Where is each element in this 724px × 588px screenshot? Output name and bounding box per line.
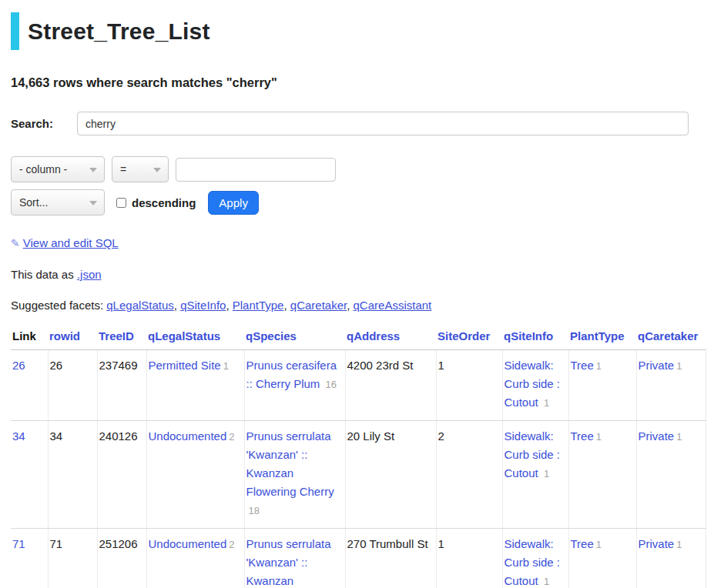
cell-rowid: 26 xyxy=(48,350,97,421)
column-select-wrap: - column - xyxy=(11,156,105,182)
row-link[interactable]: 34 xyxy=(12,429,25,443)
species-link[interactable]: Prunus cerasifera :: Cherry Plum xyxy=(246,359,337,390)
caretaker-link[interactable]: Private xyxy=(639,429,675,443)
facet-count: 2 xyxy=(229,431,234,443)
legal-status-link[interactable]: Permitted Site xyxy=(149,359,221,372)
facet-count: 2 xyxy=(229,539,234,550)
cell-qaddress: 270 Trumbull St xyxy=(345,529,436,588)
site-info-link[interactable]: Sidewalk: Curb side : Cutout xyxy=(504,429,561,479)
plant-type-link[interactable]: Tree xyxy=(571,359,594,372)
facet-link-qcaretaker[interactable]: qCaretaker xyxy=(290,299,347,312)
cell-siteorder: 1 xyxy=(436,529,502,588)
sql-line: ✎View and edit SQL xyxy=(11,236,713,249)
sort-row: Sort... descending Apply xyxy=(11,189,713,215)
descending-option: descending xyxy=(116,196,196,209)
cell-qsiteinfo: Sidewalk: Curb side : Cutout 1 xyxy=(502,421,568,529)
cell-siteorder: 1 xyxy=(436,350,502,421)
facet-link-qsiteinfo[interactable]: qSiteInfo xyxy=(180,299,226,312)
facet-count: 1 xyxy=(544,468,549,479)
filter-row: - column - = xyxy=(11,156,713,182)
cell-qspecies: Prunus serrulata 'Kwanzan' :: Kwanzan Fl… xyxy=(244,421,345,529)
apply-button[interactable]: Apply xyxy=(208,191,259,215)
cell-qaddress: 20 Lily St xyxy=(345,421,436,529)
operator-select-wrap: = xyxy=(112,156,169,182)
column-header-treeid[interactable]: TreeID xyxy=(97,326,146,350)
plant-type-link[interactable]: Tree xyxy=(571,429,594,443)
cell-link: 34 xyxy=(11,421,48,529)
search-form: Search: xyxy=(11,112,713,135)
facet-separator: , xyxy=(174,299,177,312)
species-link[interactable]: Prunus serrulata 'Kwanzan' :: Kwanzan Fl… xyxy=(246,537,334,588)
operator-select[interactable]: = xyxy=(112,156,169,182)
legal-status-link[interactable]: Undocumented xyxy=(149,429,227,443)
cell-planttype: Tree1 xyxy=(568,421,636,529)
facets-line: Suggested facets: qLegalStatus, qSiteInf… xyxy=(11,299,713,312)
row-link[interactable]: 26 xyxy=(12,359,25,372)
view-edit-sql-link[interactable]: View and edit SQL xyxy=(23,236,119,249)
cell-siteorder: 2 xyxy=(436,421,502,529)
table-row: 34 34 240126 Undocumented2 Prunus serrul… xyxy=(11,421,706,529)
column-select[interactable]: - column - xyxy=(11,156,105,182)
column-header-qlegalstatus[interactable]: qLegalStatus xyxy=(146,326,244,350)
facet-count: 1 xyxy=(596,360,602,372)
column-header-planttype[interactable]: PlantType xyxy=(568,326,636,350)
column-header-qsiteinfo[interactable]: qSiteInfo xyxy=(502,326,568,350)
descending-checkbox[interactable] xyxy=(116,198,126,208)
cell-link: 26 xyxy=(11,350,48,421)
cell-qcaretaker: Private1 xyxy=(636,421,706,529)
sort-select[interactable]: Sort... xyxy=(11,189,105,215)
table-header-row: Link rowid TreeID qLegalStatus qSpecies … xyxy=(11,326,706,350)
search-input[interactable] xyxy=(77,112,689,135)
facet-link-qlegalstatus[interactable]: qLegalStatus xyxy=(106,299,174,312)
facet-count: 18 xyxy=(249,505,260,516)
facet-link-qcareassistant[interactable]: qCareAssistant xyxy=(354,299,432,312)
facet-count: 1 xyxy=(676,539,682,550)
caretaker-link[interactable]: Private xyxy=(639,537,675,550)
column-header-qaddress[interactable]: qAddress xyxy=(345,326,436,350)
cell-qspecies: Prunus serrulata 'Kwanzan' :: Kwanzan Fl… xyxy=(244,529,345,588)
cell-rowid: 34 xyxy=(48,421,97,529)
facet-link-planttype[interactable]: PlantType xyxy=(233,299,284,312)
cell-qaddress: 4200 23rd St xyxy=(345,350,436,421)
search-label: Search: xyxy=(11,117,77,130)
site-info-link[interactable]: Sidewalk: Curb side : Cutout xyxy=(504,359,561,409)
cell-rowid: 71 xyxy=(48,529,97,588)
facet-separator: , xyxy=(283,299,287,312)
accent-bar xyxy=(11,12,19,50)
column-header-rowid[interactable]: rowid xyxy=(48,326,97,350)
table-row: 71 71 251206 Undocumented2 Prunus serrul… xyxy=(11,529,706,588)
sort-select-wrap: Sort... xyxy=(11,189,105,215)
cell-qcaretaker: Private1 xyxy=(636,350,706,421)
table-row: 26 26 237469 Permitted Site1 Prunus cera… xyxy=(11,350,706,421)
json-line: This data as .json xyxy=(11,268,713,281)
plant-type-link[interactable]: Tree xyxy=(571,537,594,550)
column-header-link: Link xyxy=(11,326,48,350)
species-link[interactable]: Prunus serrulata 'Kwanzan' :: Kwanzan Fl… xyxy=(246,429,334,498)
column-header-qspecies[interactable]: qSpecies xyxy=(244,326,345,350)
site-info-link[interactable]: Sidewalk: Curb side : Cutout xyxy=(504,537,561,587)
filter-value-input[interactable] xyxy=(176,158,336,182)
page-title: Street_Tree_List xyxy=(28,18,210,45)
row-link[interactable]: 71 xyxy=(12,537,25,550)
cell-qsiteinfo: Sidewalk: Curb side : Cutout 1 xyxy=(502,350,568,421)
column-header-siteorder[interactable]: SiteOrder xyxy=(436,326,502,350)
page-header: Street_Tree_List xyxy=(11,12,713,50)
facet-separator: , xyxy=(347,299,350,312)
column-header-qcaretaker[interactable]: qCaretaker xyxy=(636,326,706,350)
row-count-summary: 14,663 rows where search matches "cherry… xyxy=(11,75,713,90)
cell-treeid: 237469 xyxy=(97,350,146,421)
cell-qsiteinfo: Sidewalk: Curb side : Cutout 1 xyxy=(502,529,568,588)
results-table: Link rowid TreeID qLegalStatus qSpecies … xyxy=(11,326,706,588)
facet-count: 1 xyxy=(676,431,682,443)
facet-count: 1 xyxy=(544,397,549,409)
pencil-icon: ✎ xyxy=(11,237,20,249)
json-link[interactable]: .json xyxy=(77,268,102,281)
cell-planttype: Tree1 xyxy=(568,350,636,421)
legal-status-link[interactable]: Undocumented xyxy=(149,537,227,550)
caretaker-link[interactable]: Private xyxy=(639,359,675,372)
cell-qcaretaker: Private1 xyxy=(636,529,706,588)
facet-count: 1 xyxy=(676,360,682,372)
cell-qlegalstatus: Undocumented2 xyxy=(146,421,244,529)
facet-count: 1 xyxy=(596,431,602,443)
cell-treeid: 251206 xyxy=(97,529,146,588)
